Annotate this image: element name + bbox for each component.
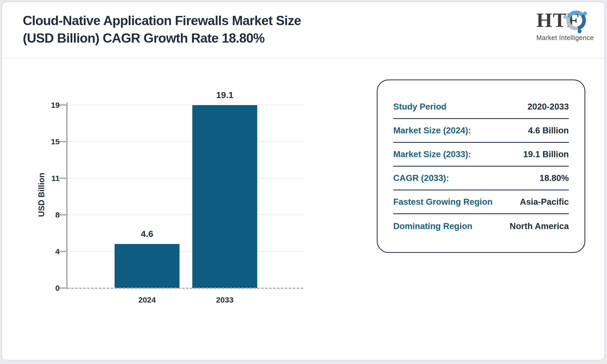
info-row-value: 19.1 Billion [523,149,569,159]
y-gridline [67,214,303,215]
bar-2024 [115,244,179,288]
info-row-label: Dominating Region [393,221,472,231]
x-axis-zero-line [67,288,303,289]
y-axis-line [66,103,68,289]
y-tick-mark [59,251,66,252]
y-tick-mark [59,141,66,142]
info-row-value: 4.6 Billion [528,126,569,135]
y-gridline [67,178,303,179]
y-tick-label: 4 [30,246,60,257]
y-tick-label: 8 [30,210,60,220]
bar-value-label: 4.6 [121,229,173,239]
info-row-cagr: CAGR (2033): 18.80% [393,167,569,190]
page: Cloud-Native Application Firewalls Marke… [0,0,607,364]
info-row-fastest-growing-region: Fastest Growing Region Asia-Pacific [393,190,569,214]
info-row-value: 2020-2033 [527,102,569,112]
info-row-market-size-2024: Market Size (2024): 4.6 Billion [393,119,569,143]
x-category-label: 2033 [199,295,251,304]
y-tick-mark [59,287,66,289]
y-tick-mark [59,178,66,179]
report-card: Cloud-Native Application Firewalls Marke… [2,2,605,360]
y-tick-label: 15 [30,136,60,147]
info-row-label: Market Size (2024): [393,126,471,135]
info-row-study-period: Study Period 2020-2033 [393,95,569,119]
y-tick-label: 11 [30,173,60,184]
y-gridline [67,251,303,252]
info-row-label: CAGR (2033): [393,173,449,183]
y-tick-mark [59,104,66,106]
info-row-dominating-region: Dominating Region North America [393,214,569,238]
info-row-market-size-2033: Market Size (2033): 19.1 Billion [393,143,569,167]
info-row-label: Fastest Growing Region [393,197,493,207]
info-row-label: Study Period [393,102,447,112]
x-category-label: 2024 [121,295,173,304]
y-tick-label: 19 [30,100,60,110]
bar-2033 [192,105,257,288]
y-gridline [67,141,303,142]
y-tick-mark [59,214,66,215]
y-tick-label: 0 [30,283,60,293]
info-row-value: 18.80% [539,173,569,183]
info-row-label: Market Size (2033): [393,149,471,159]
info-row-value: Asia-Pacific [520,197,569,207]
info-panel: Study Period 2020-2033 Market Size (2024… [377,79,585,253]
y-gridline [67,105,303,105]
bar-value-label: 19.1 [199,90,251,100]
info-row-value: North America [510,221,569,231]
